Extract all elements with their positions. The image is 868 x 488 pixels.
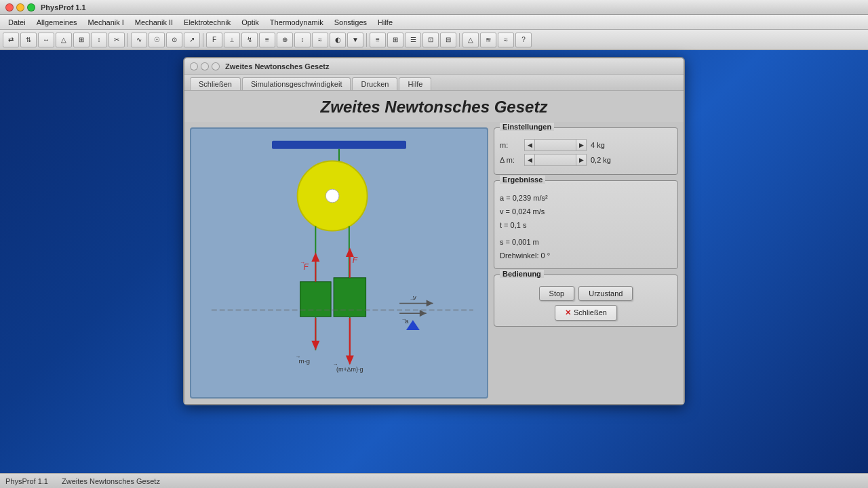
physics-svg: F → F → m·g → bbox=[191, 129, 487, 397]
bedienung-group: Bedienung Stop Urzustand ✕ Schließen bbox=[494, 274, 678, 327]
dm-value: 0,2 kg bbox=[591, 156, 618, 164]
toolbar-btn-25[interactable]: ⊟ bbox=[440, 33, 456, 47]
dm-increment[interactable]: ▶ bbox=[576, 154, 587, 166]
tab-hilfe[interactable]: Hilfe bbox=[399, 77, 431, 90]
toolbar-sep-3 bbox=[366, 33, 367, 47]
toolbar-btn-6[interactable]: ↕ bbox=[91, 33, 107, 47]
m-track bbox=[535, 139, 576, 151]
menu-sonstiges[interactable]: Sonstiges bbox=[329, 17, 372, 28]
svg-marker-11 bbox=[311, 252, 319, 262]
minimize-btn[interactable] bbox=[16, 3, 24, 12]
toolbar-btn-14[interactable]: ↯ bbox=[241, 33, 258, 47]
bedienung-buttons: Stop Urzustand bbox=[500, 286, 672, 301]
tab-simulationsgeschwindigkeit[interactable]: Simulationsgeschwindigkeit bbox=[242, 77, 351, 90]
app-title: PhysProf 1.1 bbox=[41, 3, 86, 12]
m-setting-row: m: ◀ ▶ 4 kg bbox=[500, 139, 672, 151]
toolbar-btn-29[interactable]: ? bbox=[515, 33, 532, 47]
svg-marker-25 bbox=[346, 356, 354, 365]
menu-mechanik2[interactable]: Mechanik II bbox=[130, 17, 178, 28]
toolbar-btn-27[interactable]: ≋ bbox=[480, 33, 496, 47]
maximize-btn[interactable] bbox=[27, 3, 35, 12]
toolbar-btn-22[interactable]: ⊞ bbox=[387, 33, 403, 47]
toolbar-btn-7[interactable]: ✂ bbox=[108, 33, 125, 47]
toolbar-btn-26[interactable]: △ bbox=[462, 33, 479, 47]
svg-marker-30 bbox=[427, 300, 433, 306]
toolbar-btn-21[interactable]: ≡ bbox=[370, 33, 386, 47]
sim-min-btn[interactable] bbox=[201, 62, 209, 70]
svg-rect-6 bbox=[300, 282, 332, 317]
menu-thermodynamik[interactable]: Thermodynamik bbox=[264, 17, 329, 28]
svg-marker-19 bbox=[311, 341, 319, 350]
window-controls bbox=[5, 3, 35, 12]
ergebnisse-label: Ergebnisse bbox=[500, 176, 545, 184]
toolbar-sep-1 bbox=[127, 33, 128, 47]
menu-allgemeines[interactable]: Allgemeines bbox=[31, 17, 83, 28]
status-app: PhysProf 1.1 bbox=[5, 477, 48, 485]
toolbar-btn-2[interactable]: ⇅ bbox=[20, 33, 37, 47]
toolbar-btn-18[interactable]: ≈ bbox=[312, 33, 328, 47]
toolbar-btn-1[interactable]: ⇄ bbox=[3, 33, 19, 47]
svg-text:→: → bbox=[401, 317, 407, 323]
svg-point-3 bbox=[326, 189, 339, 203]
sim-window: Zweites Newtonsches Gesetz Schließen Sim… bbox=[183, 57, 685, 405]
toolbar-btn-15[interactable]: ≡ bbox=[259, 33, 275, 47]
toolbar-btn-11[interactable]: ↗ bbox=[184, 33, 200, 47]
result-a: a = 0,239 m/s² bbox=[500, 192, 672, 205]
dm-track bbox=[535, 154, 576, 166]
toolbar-btn-19[interactable]: ◐ bbox=[330, 33, 346, 47]
svg-text:→: → bbox=[333, 361, 338, 367]
menu-optik[interactable]: Optik bbox=[236, 17, 264, 28]
m-value: 4 kg bbox=[591, 141, 618, 149]
menu-mechanik1[interactable]: Mechanik I bbox=[83, 17, 130, 28]
toolbar: ⇄ ⇅ ↔ △ ⊞ ↕ ✂ ∿ ☉ ⊙ ↗ F ⟂ ↯ ≡ ⊕ ↕ ≈ ◐ ▼ … bbox=[0, 30, 868, 50]
urzustand-button[interactable]: Urzustand bbox=[578, 286, 633, 301]
result-t: t = 0,1 s bbox=[500, 219, 672, 232]
m-spinner: ◀ ▶ bbox=[524, 139, 587, 151]
toolbar-btn-9[interactable]: ☉ bbox=[149, 33, 165, 47]
tab-drucken[interactable]: Drucken bbox=[352, 77, 397, 90]
toolbar-btn-10[interactable]: ⊙ bbox=[166, 33, 182, 47]
toolbar-btn-24[interactable]: ⊡ bbox=[422, 33, 439, 47]
schliessen-button[interactable]: ✕ Schließen bbox=[555, 305, 617, 321]
toolbar-btn-13[interactable]: ⟂ bbox=[224, 33, 240, 47]
menu-elektrotechnik[interactable]: Elektrotechnik bbox=[178, 17, 236, 28]
sim-main-title: Zweites Newtonsches Gesetz bbox=[184, 91, 684, 122]
toolbar-btn-5[interactable]: ⊞ bbox=[73, 33, 90, 47]
svg-text:→: → bbox=[349, 253, 355, 259]
toolbar-btn-28[interactable]: ≈ bbox=[498, 33, 514, 47]
dm-label: Δ m: bbox=[500, 156, 520, 164]
toolbar-btn-16[interactable]: ⊕ bbox=[277, 33, 293, 47]
toolbar-btn-17[interactable]: ↕ bbox=[294, 33, 311, 47]
result-v: v = 0,024 m/s bbox=[500, 205, 672, 219]
stop-button[interactable]: Stop bbox=[539, 286, 575, 301]
menu-datei[interactable]: Datei bbox=[3, 17, 31, 28]
m-increment[interactable]: ▶ bbox=[576, 139, 587, 151]
status-sim: Zweites Newtonsches Gesetz bbox=[62, 477, 160, 485]
einstellungen-group: Einstellungen m: ◀ ▶ 4 kg Δ m bbox=[494, 127, 678, 175]
toolbar-btn-3[interactable]: ↔ bbox=[38, 33, 54, 47]
toolbar-btn-20[interactable]: ▼ bbox=[347, 33, 363, 47]
sim-max-btn[interactable] bbox=[212, 62, 220, 70]
m-decrement[interactable]: ◀ bbox=[524, 139, 535, 151]
toolbar-sep-2 bbox=[203, 33, 203, 47]
toolbar-btn-12[interactable]: F bbox=[206, 33, 222, 47]
menu-hilfe[interactable]: Hilfe bbox=[372, 17, 398, 28]
toolbar-btn-23[interactable]: ☰ bbox=[405, 33, 421, 47]
tab-schliessen[interactable]: Schließen bbox=[190, 77, 241, 90]
x-icon: ✕ bbox=[565, 308, 571, 317]
ergebnisse-group: Ergebnisse a = 0,239 m/s² v = 0,024 m/s … bbox=[494, 180, 678, 269]
right-panel: Einstellungen m: ◀ ▶ 4 kg Δ m bbox=[494, 127, 678, 399]
einstellungen-label: Einstellungen bbox=[500, 123, 554, 131]
dm-decrement[interactable]: ◀ bbox=[524, 154, 535, 166]
toolbar-btn-4[interactable]: △ bbox=[56, 33, 72, 47]
svg-marker-34 bbox=[420, 310, 427, 317]
toolbar-btn-8[interactable]: ∿ bbox=[131, 33, 147, 47]
m-label: m: bbox=[500, 141, 520, 149]
dm-spinner: ◀ ▶ bbox=[524, 154, 587, 166]
sim-tabs: Schließen Simulationsgeschwindigkeit Dru… bbox=[184, 75, 684, 91]
svg-text:→: → bbox=[300, 260, 306, 266]
sim-close-btn[interactable] bbox=[190, 62, 198, 70]
svg-text:→: → bbox=[410, 296, 415, 302]
svg-rect-0 bbox=[272, 141, 406, 149]
close-btn[interactable] bbox=[5, 3, 14, 12]
